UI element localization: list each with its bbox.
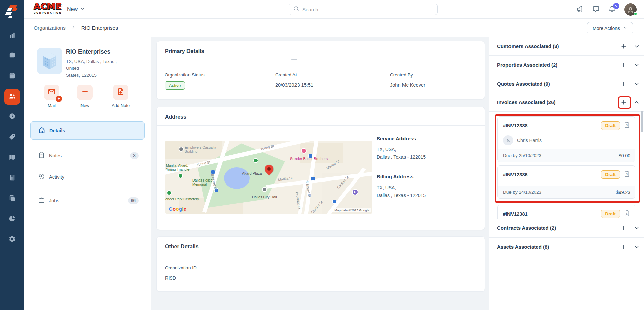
- announcements-button[interactable]: [576, 5, 584, 13]
- zuper-logo[interactable]: [4, 3, 20, 19]
- map-cityhall-pin[interactable]: [262, 187, 267, 192]
- section-properties-associated[interactable]: Properties Associated (2): [489, 56, 644, 74]
- pie-chart-icon: [8, 215, 16, 224]
- contact-avatar: [503, 135, 513, 145]
- invoice-clipboard-icon[interactable]: $: [623, 170, 630, 179]
- sidebar-item-timesheets[interactable]: [4, 109, 20, 125]
- field-label: Organization Status: [165, 72, 205, 78]
- section-contracts-associated[interactable]: Contracts Associated (2): [489, 219, 644, 238]
- organization-id-value: RI9D: [165, 275, 176, 281]
- sidebar-item-jobs[interactable]: [4, 48, 20, 64]
- building-icon: [41, 52, 58, 70]
- section-quotes-associated[interactable]: Quotes Associated (9): [489, 74, 644, 93]
- card-title: Primary Details: [165, 48, 476, 54]
- invoice-card[interactable]: #INV12386 Draft $ Due by 24/10/2023 $99.…: [497, 165, 635, 199]
- google-map[interactable]: P Employers Casualty Building Young St Y…: [165, 141, 372, 214]
- sidebar-item-calendar[interactable]: [4, 68, 20, 84]
- add-note-action-button[interactable]: Add Note: [109, 85, 132, 108]
- invoice-id[interactable]: #INV12381: [503, 211, 528, 217]
- add-asset-button[interactable]: [619, 243, 628, 251]
- chevron-down-icon[interactable]: [632, 61, 641, 69]
- sidebar-item-accounting[interactable]: [4, 170, 20, 186]
- chat-button[interactable]: [592, 5, 600, 13]
- section-customers-associated[interactable]: Customers Associated (3): [489, 37, 644, 56]
- top-bar: ACME CORPORATION New 5: [24, 0, 644, 19]
- sidebar-item-tags[interactable]: [4, 130, 20, 145]
- invoice-id[interactable]: #INV12386: [503, 172, 528, 177]
- map-label: Marilla St: [278, 176, 293, 182]
- add-invoice-button[interactable]: [619, 98, 628, 107]
- invoice-id[interactable]: #INV12388: [503, 123, 528, 128]
- search-input[interactable]: [302, 7, 433, 12]
- section-invoices-associated[interactable]: Invoices Associated (26): [489, 93, 644, 112]
- bell-icon: [608, 9, 616, 14]
- calculator-icon: [8, 174, 16, 183]
- notes-count-badge: 3: [130, 152, 139, 159]
- map-hotel-pin[interactable]: [301, 148, 307, 154]
- card-title: Other Details: [165, 244, 476, 250]
- mail-action-button[interactable]: + Mail: [40, 85, 63, 108]
- search-icon: [293, 6, 299, 13]
- tag-icon: [8, 133, 16, 142]
- add-property-button[interactable]: [619, 61, 628, 69]
- created-at-value: 20/03/2023 15:51: [275, 82, 313, 88]
- map-label: oneer Park Cemetery: [165, 197, 199, 201]
- global-search: [289, 4, 438, 15]
- svg-text:$: $: [626, 212, 628, 215]
- sidebar-item-settings[interactable]: [4, 231, 20, 247]
- sidebar-item-dashboard[interactable]: [4, 28, 20, 44]
- sidebar-item-map[interactable]: [4, 150, 20, 166]
- field-label: Organization ID: [165, 265, 197, 270]
- sidebar-item-reports[interactable]: [4, 211, 20, 227]
- map-tree-pin[interactable]: [253, 158, 258, 163]
- related-panel: Customers Associated (3) Properties Asso…: [489, 37, 644, 310]
- map-tree-pin[interactable]: [178, 173, 183, 178]
- svg-text:$: $: [626, 173, 628, 176]
- chevron-down-icon[interactable]: [632, 42, 641, 51]
- note-plus-icon: [117, 88, 125, 97]
- panel-divider: [31, 114, 143, 114]
- copy-icon: [8, 194, 16, 203]
- invoice-card[interactable]: #INV12388 Draft $ Chris Harris Due by 25…: [497, 116, 635, 162]
- invoice-clipboard-icon[interactable]: $: [623, 121, 630, 130]
- top-right-icons: 5: [576, 0, 637, 19]
- notification-badge: 5: [613, 3, 619, 9]
- breadcrumb-organizations[interactable]: Organizations: [34, 25, 66, 31]
- new-action-button[interactable]: New: [73, 85, 97, 108]
- map-tree-pin[interactable]: [167, 190, 172, 195]
- add-customer-button[interactable]: [619, 42, 628, 51]
- map-transit-icon[interactable]: [332, 200, 336, 204]
- sidebar-item-customers[interactable]: [4, 89, 20, 105]
- invoice-card[interactable]: #INV12381 Draft $: [497, 205, 635, 219]
- add-contract-button[interactable]: [619, 224, 628, 232]
- map-building-pin[interactable]: [179, 147, 184, 152]
- briefcase-icon: [8, 51, 16, 60]
- notifications-button[interactable]: 5: [608, 5, 616, 13]
- invoice-contact: Chris Harris: [503, 135, 542, 145]
- sidebar-item-documents[interactable]: [4, 191, 20, 207]
- chevron-down-icon[interactable]: [632, 243, 641, 251]
- invoice-clipboard-icon[interactable]: $: [623, 210, 630, 218]
- card-title: Address: [165, 114, 476, 120]
- breadcrumb-bar: Organizations RIO Enterprises More Actio…: [24, 19, 644, 37]
- app-root: ACME CORPORATION New 5 Organizatio: [0, 0, 644, 310]
- chevron-up-icon[interactable]: [632, 98, 641, 107]
- section-assets-associated[interactable]: Assets Associated (8): [489, 238, 644, 256]
- add-quote-button[interactable]: [619, 80, 628, 88]
- org-tab-details[interactable]: Details: [30, 121, 145, 140]
- user-avatar[interactable]: [624, 3, 637, 16]
- new-menu[interactable]: New: [67, 0, 85, 19]
- map-transit-icon[interactable]: [311, 177, 315, 181]
- home-icon: [31, 126, 45, 135]
- org-tab-activity[interactable]: Activity: [30, 170, 145, 185]
- chevron-down-icon[interactable]: [632, 224, 641, 232]
- divider-handle: [291, 59, 297, 60]
- org-tab-notes[interactable]: Notes 3: [30, 148, 145, 163]
- map-parking-pin[interactable]: P: [352, 189, 358, 195]
- org-tab-jobs[interactable]: Jobs 66: [30, 193, 145, 208]
- invoice-status-badge: Draft: [601, 210, 620, 218]
- more-actions-button[interactable]: More Actions: [587, 22, 633, 34]
- map-label: Akard Plaza: [242, 171, 262, 176]
- vertical-scrollbar-thumb[interactable]: [641, 111, 643, 132]
- chevron-down-icon[interactable]: [632, 80, 641, 88]
